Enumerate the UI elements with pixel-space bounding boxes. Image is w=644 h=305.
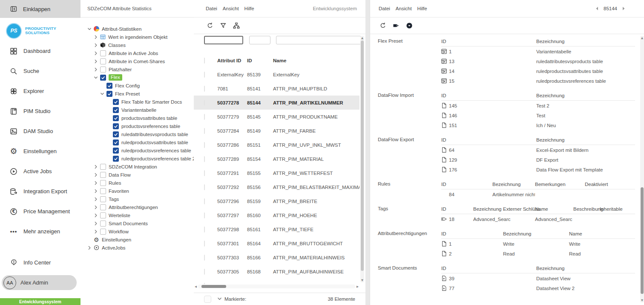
- chevron-right-icon[interactable]: [94, 51, 100, 55]
- checkbox-unchecked[interactable]: [100, 204, 106, 210]
- tree-node-productsvsreferences-table[interactable]: productsvsreferences table: [80, 122, 194, 130]
- tree-node-smart-documents[interactable]: Smart Documents: [80, 219, 194, 227]
- checkbox-unchecked[interactable]: [100, 180, 106, 186]
- table-row[interactable]: 7081 85141 ATTR_PIM_HAUPTBILD: [194, 81, 359, 96]
- tree-node-data-flow[interactable]: Data Flow: [80, 171, 194, 179]
- sidebar-item-dam-studio[interactable]: DAM Studio: [0, 121, 80, 141]
- tree-node-attribut-statistiken[interactable]: Attribut-Statistiken: [80, 25, 194, 33]
- tree-node-attributberechtigungen[interactable]: Attributberechtigungen: [80, 203, 194, 211]
- chevron-right-icon[interactable]: [94, 197, 100, 201]
- tree-node-sdzecom-integration[interactable]: SDZeCOM Integration: [80, 163, 194, 171]
- checkbox-unchecked[interactable]: [100, 221, 106, 227]
- row-checkbox[interactable]: [204, 198, 205, 204]
- table-row[interactable]: 50377297 85160 ATTR_PIM_HOEHE: [194, 208, 359, 222]
- chevron-right-icon[interactable]: [94, 221, 100, 226]
- checkbox-checked[interactable]: [106, 83, 112, 89]
- tree-node-attribute-in-comet-shares[interactable]: Attribute in Comet-Shares: [80, 57, 194, 65]
- checkbox-unchecked[interactable]: [100, 229, 106, 235]
- scroll-up-icon[interactable]: ▲: [640, 36, 644, 40]
- row-checkbox[interactable]: [204, 184, 205, 190]
- chevron-right-icon[interactable]: [94, 165, 100, 169]
- sidebar-item-dashboard[interactable]: Dashboard: [0, 41, 80, 61]
- next-record-icon[interactable]: [621, 6, 626, 11]
- chevron-right-icon[interactable]: [94, 205, 100, 209]
- circle-down-icon[interactable]: [405, 21, 414, 30]
- menu-datei[interactable]: Datei: [379, 6, 390, 11]
- row-checkbox[interactable]: [204, 212, 205, 218]
- section-row[interactable]: 18Advanced_SearcAdvanced_Searc: [441, 214, 635, 224]
- tree-node-activejobs[interactable]: ActiveJobs: [80, 244, 194, 252]
- tree-node-rules[interactable]: Rules: [80, 179, 194, 187]
- tree-node-flex-table-für-smarter-docs[interactable]: Flex Table für Smarter Docs: [80, 98, 194, 106]
- checkbox-checked[interactable]: [100, 75, 106, 81]
- row-checkbox[interactable]: [204, 170, 205, 176]
- row-checkbox[interactable]: [204, 142, 205, 148]
- checkbox-checked[interactable]: [113, 123, 119, 129]
- row-checkbox[interactable]: [204, 156, 205, 162]
- chevron-right-icon[interactable]: [94, 181, 100, 185]
- filter-icon[interactable]: [219, 21, 227, 30]
- user-menu[interactable]: AA Alex Admin: [2, 275, 77, 290]
- tree-node-werteliste[interactable]: Werteliste: [80, 211, 194, 219]
- tree-node-wert-in-irgendeinem-objekt[interactable]: Wert in irgendeinem Objekt: [80, 33, 194, 41]
- sidebar-item-price-management[interactable]: € Price Management: [0, 201, 80, 221]
- checkbox-checked[interactable]: [113, 139, 119, 145]
- detail-vertical-scrollbar[interactable]: ▲ ▼: [640, 36, 644, 302]
- chevron-right-icon[interactable]: [94, 67, 100, 72]
- table-row[interactable]: 50377284 85149 ATTR_PIM_FARBE: [194, 124, 359, 138]
- sidebar-item-einstellungen[interactable]: ⚙ Einstellungen: [0, 141, 80, 161]
- table-row[interactable]: 50377279 85145 ATTR_PIM_PRODUKTNAME: [194, 110, 359, 124]
- chevron-right-icon[interactable]: [94, 59, 100, 64]
- tree-node-flex[interactable]: Flex: [80, 73, 194, 81]
- sidebar-item-pim-studio[interactable]: PIM Studio: [0, 101, 80, 121]
- refresh-icon[interactable]: [379, 21, 387, 30]
- previous-record-icon[interactable]: [595, 6, 599, 11]
- chevron-down-icon[interactable]: [94, 76, 100, 80]
- section-row[interactable]: 14ruledproductsvsattributes table: [441, 66, 635, 76]
- table-row[interactable]: ExternalKey 85139 ExternalKey: [194, 67, 359, 81]
- table-row[interactable]: 50377296 85159 ATTR_PIM_BREITE: [194, 194, 359, 208]
- section-row[interactable]: 176Data Flow Export mit Template: [441, 165, 635, 174]
- tag-filled-icon[interactable]: [392, 21, 400, 30]
- chevron-down-icon[interactable]: [87, 27, 94, 31]
- chevron-right-icon[interactable]: [94, 173, 100, 177]
- checkbox-unchecked[interactable]: [100, 50, 106, 56]
- tree-node-platzhalter[interactable]: Platzhalter: [80, 65, 194, 73]
- tree-node-variantentabelle[interactable]: Variantentabelle: [80, 106, 194, 114]
- chevron-right-icon[interactable]: [87, 246, 94, 250]
- menu-ansicht[interactable]: Ansicht: [396, 6, 412, 11]
- tree-node-flex-preset[interactable]: Flex Preset: [80, 90, 194, 98]
- section-row[interactable]: 145Test 2: [441, 101, 635, 110]
- checkbox-checked[interactable]: [113, 131, 119, 137]
- filter-name-input[interactable]: [276, 36, 361, 44]
- row-checkbox[interactable]: [204, 72, 205, 78]
- filter-id-input[interactable]: [249, 36, 270, 44]
- checkbox-checked[interactable]: [113, 148, 119, 154]
- menu-hilfe[interactable]: Hilfe: [244, 6, 254, 11]
- table-row[interactable]: 50377292 85156 ATTR_PIM_BELASTBARKEIT_MA…: [194, 180, 359, 194]
- tree-node-attribute-in-active-jobs[interactable]: Attribute in Active Jobs: [80, 49, 194, 57]
- table-row[interactable]: 50377311 85171 ATTR_PIM_ZUBEHOER: [194, 279, 359, 284]
- scroll-down-icon[interactable]: ▼: [640, 299, 644, 302]
- tree-node-flex-config[interactable]: Flex Config: [80, 81, 194, 90]
- checkbox-unchecked[interactable]: [100, 67, 106, 73]
- chevron-right-icon[interactable]: [94, 213, 100, 218]
- section-row[interactable]: 1WriteWrite: [441, 239, 635, 249]
- section-row[interactable]: 77Datasheet View 2: [441, 283, 635, 293]
- checkbox-unchecked[interactable]: [100, 212, 106, 218]
- chevron-right-icon[interactable]: [94, 189, 100, 193]
- row-checkbox[interactable]: [204, 269, 205, 275]
- table-row[interactable]: 50377286 85151 ATTR_PIM_UVP_INKL_MWST: [194, 138, 359, 152]
- tree-node-classes[interactable]: Classes: [80, 41, 194, 49]
- menu-datei[interactable]: Datei: [206, 6, 217, 11]
- section-row[interactable]: 84Artikelnummer nicht leer: [441, 189, 635, 199]
- hscrollbar-thumb[interactable]: [201, 285, 226, 288]
- sidebar-item-explorer[interactable]: Explorer: [0, 81, 80, 101]
- table-row[interactable]: 50377298 85161 ATTR_PIM_TIEFE: [194, 222, 359, 236]
- tree-node-productsvsattributes-table[interactable]: productsvsattributes table: [80, 114, 194, 122]
- section-row[interactable]: 13ruledattributesvsproducts table: [441, 56, 635, 66]
- list-vertical-scrollbar[interactable]: ▲ ▼: [360, 36, 364, 282]
- table-row[interactable]: 50377305 85168 ATTR_PIM_AUFBAUHINWEISE: [194, 264, 359, 279]
- footer-checkbox[interactable]: [204, 296, 211, 303]
- select-all-checkbox[interactable]: [204, 58, 205, 64]
